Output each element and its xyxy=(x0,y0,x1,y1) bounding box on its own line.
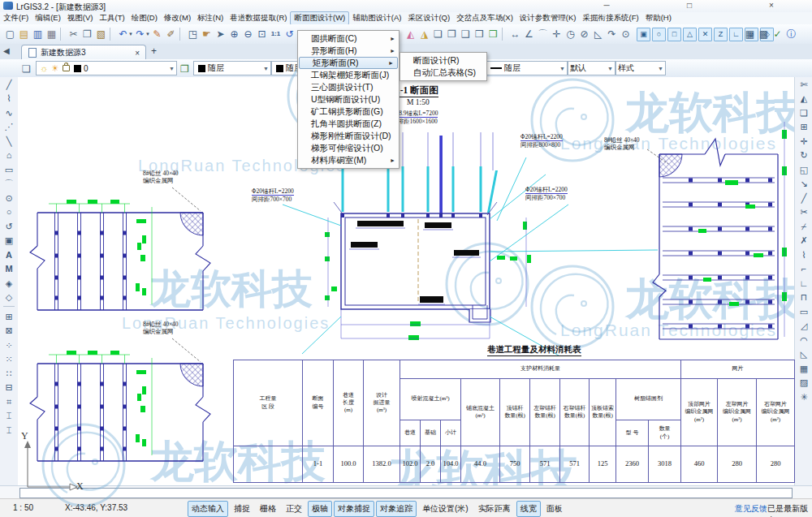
menu-item-1[interactable]: 编辑(E) xyxy=(32,12,64,24)
select-icon[interactable]: ➤ xyxy=(214,27,227,41)
menu-item-5[interactable]: 修改(M) xyxy=(161,12,194,24)
popup-item-6[interactable]: 矿工钢拱形断面(G) xyxy=(298,106,399,118)
snap-node-toggle[interactable]: △ xyxy=(683,28,697,41)
status-toggle-1[interactable]: 捕捉 xyxy=(230,501,254,517)
erase-icon[interactable]: ✄ xyxy=(797,77,811,92)
draw-rectangle-icon[interactable]: ▭ xyxy=(2,162,16,177)
info-icon[interactable]: ⓘ xyxy=(784,27,798,41)
block-define-icon[interactable]: ⊠ xyxy=(2,324,16,338)
view-previous-icon[interactable]: ↺ xyxy=(283,27,296,41)
chamfer-icon[interactable]: ⌐ xyxy=(797,262,811,277)
popup-item-5[interactable]: U型钢断面设计(U) xyxy=(298,93,399,106)
lineweight-combo[interactable]: 默认 ▼ xyxy=(568,61,615,75)
tab-scroll-left-icon[interactable]: ◀ xyxy=(3,46,10,55)
shape-arc-icon[interactable]: ◠ xyxy=(797,333,811,347)
cut-icon[interactable]: ✂ xyxy=(67,27,80,41)
minimize-button[interactable]: ─ xyxy=(590,0,623,11)
status-toggle-5[interactable]: 对象捕捉 xyxy=(334,501,374,517)
layer-combo[interactable]: ☼ ☀ 0 ▼ xyxy=(36,61,177,75)
status-toggle-0[interactable]: 动态输入 xyxy=(188,501,228,517)
status-toggle-6[interactable]: 对象追踪 xyxy=(376,501,417,517)
measure-curve-icon[interactable]: ↷ xyxy=(605,27,619,41)
measure-distance-icon[interactable]: ↔ xyxy=(508,27,522,41)
snap-perpendicular-toggle[interactable]: ∟ xyxy=(729,28,743,41)
menu-item-10[interactable]: 采区设计(Q) xyxy=(404,12,453,24)
shape-tri-icon[interactable]: ◿ xyxy=(797,319,811,334)
status-toggle-4[interactable]: 极轴 xyxy=(308,501,332,517)
snap-endpoint-toggle[interactable]: ▣ xyxy=(637,28,650,41)
trim-icon[interactable]: ✂ xyxy=(797,205,811,220)
popup-item-7[interactable]: 扎角半圆拱断面(Z) xyxy=(298,118,399,130)
sketch-icon[interactable]: ✐ xyxy=(164,27,178,41)
popup-item-2[interactable]: 矩形断面(R)► xyxy=(299,57,398,69)
menu-item-13[interactable]: 采掘衔接系统(F) xyxy=(580,12,642,24)
layer-states-icon[interactable]: ❐ xyxy=(178,62,192,76)
shape-wedge-icon[interactable]: ◺ xyxy=(797,347,811,362)
open-file-icon[interactable]: ▤ xyxy=(17,27,31,41)
measure-point-icon[interactable]: ⊙ xyxy=(619,27,633,41)
draw-ellipse-icon[interactable]: ○ xyxy=(2,205,16,220)
popup-item-10[interactable]: 材料库硐室(M)► xyxy=(298,154,399,166)
block-group-icon[interactable]: ❑ xyxy=(459,27,473,41)
document-tab[interactable]: 新建数据源3 × xyxy=(21,45,146,60)
new-tab-button[interactable]: + xyxy=(151,45,157,57)
scale-icon[interactable]: ◱ xyxy=(797,162,811,177)
menu-item-2[interactable]: 视图(V) xyxy=(64,12,97,24)
menu-item-11[interactable]: 交岔点及车场(X) xyxy=(453,12,516,24)
popup-item-1[interactable]: 异形断面(H)► xyxy=(298,45,399,57)
save-icon[interactable]: ▥ xyxy=(31,27,45,41)
extend-icon[interactable]: ⌿ xyxy=(797,219,811,234)
offset-icon[interactable]: ❏ xyxy=(797,106,811,120)
status-toggle-9[interactable]: 线宽 xyxy=(516,501,541,517)
fillet-icon[interactable]: ∟ xyxy=(797,276,811,291)
block-ungroup-icon[interactable]: ❒ xyxy=(473,27,486,41)
status-toggle-10[interactable]: 面板 xyxy=(542,501,567,517)
draw-revcloud-icon[interactable]: ↺ xyxy=(2,219,16,234)
draw-mtext-icon[interactable]: M xyxy=(2,262,16,277)
measure-angle-icon[interactable]: ∠ xyxy=(522,27,536,41)
draw-spline-icon[interactable]: ∿ xyxy=(2,106,16,120)
point-divide-icon[interactable]: ⁙ xyxy=(2,352,16,367)
status-toggle-8[interactable]: 实际距离 xyxy=(474,501,515,517)
pan-icon[interactable]: ☛ xyxy=(200,27,214,41)
popup-item-4[interactable]: 三心圆拱设计(T) xyxy=(298,81,399,93)
break-icon[interactable]: ✗ xyxy=(797,234,811,248)
draw-hatch-icon[interactable]: ◈ xyxy=(2,276,16,291)
menu-item-8[interactable]: 断面图设计(W) xyxy=(290,11,349,25)
popup-item-3[interactable]: 工钢架棚矩形断面(J) xyxy=(298,69,399,81)
mirror-icon[interactable]: ◭ xyxy=(797,92,811,106)
maximize-button[interactable]: □ xyxy=(673,0,706,11)
measure-area-icon[interactable]: ◺ xyxy=(591,27,605,41)
zoom-in-icon[interactable]: ⊕ xyxy=(227,27,241,41)
status-toggle-3[interactable]: 正交 xyxy=(282,501,306,517)
snap-center-toggle[interactable]: ○ xyxy=(652,28,666,41)
menu-item-7[interactable]: 巷道数据提取(R) xyxy=(227,12,290,24)
snap-intersection-toggle[interactable]: ✕ xyxy=(698,28,712,41)
zoom-scale-icon[interactable]: 1:1 xyxy=(269,27,283,41)
field-icon[interactable]: ⌗ xyxy=(2,394,16,409)
color-combo[interactable]: 随层 ▼ xyxy=(193,61,271,75)
measure-time-icon[interactable]: ◷ xyxy=(564,27,577,41)
linetype2-combo[interactable]: 随层 ▼ xyxy=(486,61,568,75)
ibeam-icon[interactable]: ⌶ xyxy=(2,409,16,424)
menu-item-12[interactable]: 设计参数管理(K) xyxy=(516,12,580,24)
draw-gradient-icon[interactable]: ◇ xyxy=(2,291,16,305)
plot-icon[interactable]: ▦ xyxy=(45,27,58,41)
pedit-icon[interactable]: ⊓ xyxy=(797,291,811,305)
draw-mline-icon[interactable]: ⋰ xyxy=(2,120,16,135)
ibeam2-icon[interactable]: ⌶ xyxy=(2,423,16,437)
close-button[interactable]: × xyxy=(755,0,788,11)
feedback-link[interactable]: 意见反馈 xyxy=(735,503,767,515)
popup-item-9[interactable]: 梯形可伸缩设计(O) xyxy=(298,142,399,154)
snap-grid-icon[interactable]: ▦ xyxy=(743,27,757,41)
stamp-icon[interactable]: ◭ xyxy=(404,27,417,41)
status-toggle-2[interactable]: 栅格 xyxy=(256,501,280,517)
render-icon[interactable]: ▦ xyxy=(797,361,811,376)
draw-polygon-icon[interactable]: ⌂ xyxy=(2,149,16,163)
tab-close-icon[interactable]: × xyxy=(135,49,140,58)
layer-manager-icon[interactable]: ❏ xyxy=(19,62,33,76)
copy-icon[interactable]: ❐ xyxy=(80,27,94,41)
snap-nearest-toggle[interactable]: Z xyxy=(714,28,728,41)
zoom-out-icon[interactable]: ⊖ xyxy=(241,27,255,41)
style-combo[interactable]: 样式 ▼ xyxy=(615,61,666,75)
